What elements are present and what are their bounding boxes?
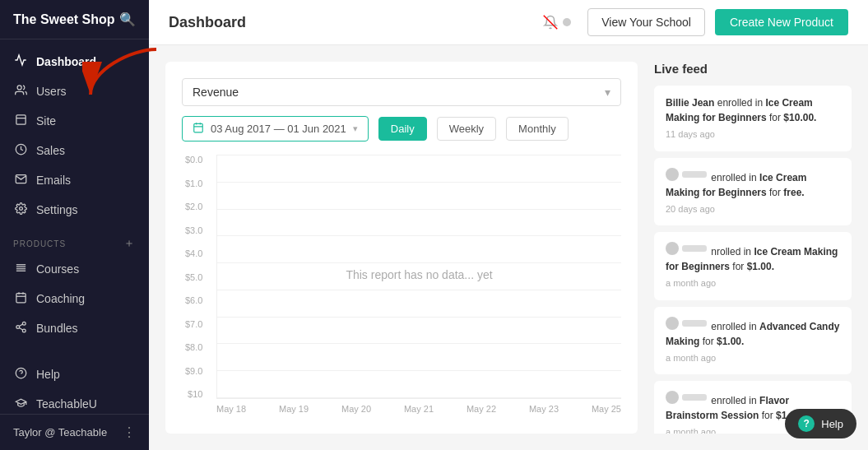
calendar-icon <box>193 122 204 136</box>
sidebar-item-emails[interactable]: Emails <box>0 165 149 195</box>
sidebar-item-coaching[interactable]: Coaching <box>0 284 149 313</box>
chart-panel: Revenue ▾ 03 Aug 2017 — 01 Jun 2021 ▾ Da… <box>165 62 638 434</box>
sales-icon <box>13 143 28 158</box>
feed-user: nrolled in Ice Cream Making for Beginner… <box>666 246 838 272</box>
svg-point-13 <box>16 326 19 329</box>
date-range-text: 03 Aug 2017 — 01 Jun 2021 <box>211 123 346 135</box>
help-bubble-label: Help <box>821 418 843 430</box>
svg-point-20 <box>563 18 571 26</box>
feed-user: enrolled in Flavor Brainstorm Session fo… <box>666 395 803 421</box>
live-feed: Live feed Billie Jean enrolled in Ice Cr… <box>654 62 852 434</box>
help-bubble[interactable]: ? Help <box>785 409 856 438</box>
y-axis: $10 $9.0 $8.0 $7.0 $6.0 $5.0 $4.0 $3.0 $… <box>185 155 202 399</box>
feed-time: a month ago <box>666 276 840 290</box>
svg-rect-1 <box>16 115 25 124</box>
feed-user: Billie Jean enrolled in Ice Cream Making… <box>666 97 816 123</box>
sidebar-item-label: Sales <box>36 144 65 157</box>
x-axis: May 18 May 19 May 20 May 21 May 22 May 2… <box>216 404 621 414</box>
sidebar-item-label: Site <box>36 114 56 128</box>
sidebar-item-site[interactable]: Site <box>0 106 149 136</box>
chevron-down-icon: ▾ <box>605 86 610 99</box>
monthly-button[interactable]: Monthly <box>506 117 569 141</box>
sidebar-item-label: Bundles <box>36 322 78 335</box>
date-chevron-icon: ▾ <box>353 123 358 134</box>
search-icon[interactable]: 🔍 <box>119 12 136 27</box>
sidebar-item-users[interactable]: Users <box>0 77 149 106</box>
view-school-button[interactable]: View Your School <box>587 8 705 36</box>
sidebar-item-teachableu[interactable]: TeachableU <box>0 389 149 414</box>
avatar <box>666 317 679 330</box>
sidebar-item-courses[interactable]: Courses <box>0 254 149 284</box>
svg-rect-22 <box>194 123 203 132</box>
sidebar-item-help[interactable]: Help <box>0 360 149 389</box>
feed-time: a month ago <box>666 351 840 365</box>
sidebar-item-bundles[interactable]: Bundles <box>0 313 149 343</box>
avatar <box>666 242 679 255</box>
users-icon <box>13 84 28 99</box>
daily-button[interactable]: Daily <box>378 117 427 141</box>
sidebar-item-label: Settings <box>36 203 78 216</box>
feed-item: enrolled in Ice Cream Making for Beginne… <box>654 158 852 226</box>
help-icon <box>13 367 28 382</box>
sidebar-item-dashboard[interactable]: Dashboard <box>0 46 149 77</box>
sidebar: The Sweet Shop 🔍 Dashboard Users Site <box>0 0 149 450</box>
feed-item: nrolled in Ice Cream Making for Beginner… <box>654 232 852 300</box>
sidebar-user: Taylor @ Teachable <box>13 426 107 438</box>
sidebar-item-label: Emails <box>36 174 71 187</box>
create-product-button[interactable]: Create New Product <box>715 9 848 35</box>
feed-time: 11 days ago <box>666 128 840 141</box>
feed-time: 20 days ago <box>666 202 840 216</box>
sidebar-item-label: Coaching <box>36 292 85 305</box>
main-content: Dashboard View Your School Create New Pr… <box>149 0 868 450</box>
sidebar-item-settings[interactable]: Settings <box>0 195 149 225</box>
svg-line-19 <box>544 16 558 30</box>
content-area: Revenue ▾ 03 Aug 2017 — 01 Jun 2021 ▾ Da… <box>149 45 868 450</box>
sidebar-nav: Dashboard Users Site Sales Emails <box>0 39 149 414</box>
topbar: Dashboard View Your School Create New Pr… <box>149 0 868 45</box>
sidebar-header: The Sweet Shop 🔍 <box>0 0 149 39</box>
weekly-button[interactable]: Weekly <box>437 117 496 141</box>
live-feed-title: Live feed <box>654 62 852 76</box>
revenue-dropdown[interactable]: Revenue ▾ <box>182 78 621 106</box>
sidebar-title: The Sweet Shop <box>13 12 115 27</box>
notification-icons <box>543 15 571 30</box>
feed-user: enrolled in Ice Cream Making for Beginne… <box>666 172 806 198</box>
no-data-message: This report has no data... yet <box>346 268 492 281</box>
dashboard-icon <box>13 53 28 69</box>
svg-point-14 <box>22 329 26 332</box>
more-icon[interactable]: ⋮ <box>123 424 136 440</box>
help-bubble-icon: ? <box>798 415 815 432</box>
emails-icon <box>13 173 28 188</box>
page-title: Dashboard <box>169 14 533 31</box>
chart-area: This report has no data... yet <box>216 155 621 399</box>
courses-icon <box>13 262 28 276</box>
svg-line-15 <box>19 327 22 329</box>
chart-container: $10 $9.0 $8.0 $7.0 $6.0 $5.0 $4.0 $3.0 $… <box>216 155 621 399</box>
sidebar-item-label: Courses <box>36 262 79 276</box>
feed-item: Billie Jean enrolled in Ice Cream Making… <box>654 86 852 151</box>
bundles-icon <box>13 321 28 336</box>
avatar <box>666 168 679 181</box>
date-controls: 03 Aug 2017 — 01 Jun 2021 ▾ Daily Weekly… <box>182 116 621 141</box>
sidebar-footer: Taylor @ Teachable ⋮ <box>0 414 149 450</box>
site-icon <box>13 114 28 128</box>
svg-point-3 <box>19 207 22 211</box>
coaching-icon <box>13 291 28 306</box>
avatar <box>666 391 679 404</box>
date-range-picker[interactable]: 03 Aug 2017 — 01 Jun 2021 ▾ <box>182 116 369 141</box>
sidebar-item-label: Dashboard <box>36 55 96 68</box>
add-product-icon[interactable]: ＋ <box>123 236 136 251</box>
products-section-label: PRODUCTS ＋ <box>0 225 149 254</box>
teachableu-icon <box>13 397 28 411</box>
feed-item: enrolled in Advanced Candy Making for $1… <box>654 307 852 375</box>
sidebar-item-sales[interactable]: Sales <box>0 136 149 165</box>
feed-user: enrolled in Advanced Candy Making for $1… <box>666 321 839 347</box>
svg-point-0 <box>17 86 21 90</box>
sidebar-item-label: Users <box>36 85 67 98</box>
settings-icon <box>13 202 28 217</box>
chart-controls: Revenue ▾ 03 Aug 2017 — 01 Jun 2021 ▾ Da… <box>182 78 621 141</box>
svg-point-12 <box>22 322 26 325</box>
svg-rect-8 <box>16 294 25 303</box>
sidebar-item-label: TeachableU <box>36 397 97 411</box>
sidebar-item-label: Help <box>36 368 60 381</box>
